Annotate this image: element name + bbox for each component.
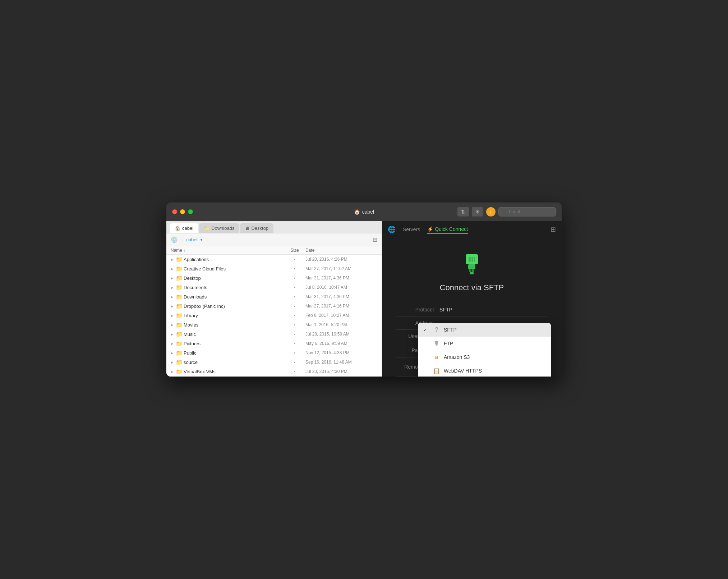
folder-icon: 📁 [176, 275, 184, 282]
table-row[interactable]: ▶ 📁 Dropbox (Panic Inc) • Mar 27, 2017, … [166, 301, 382, 311]
right-grid-icon[interactable]: ⊞ [550, 225, 556, 233]
search-wrapper: 🔍 [498, 207, 556, 216]
file-size: • [284, 285, 305, 290]
protocol-icon [433, 340, 440, 347]
svg-rect-3 [470, 269, 471, 272]
table-row[interactable]: ▶ 📁 Pictures • May 6, 2016, 9:59 AM [166, 339, 382, 348]
table-row[interactable]: ▶ 📁 Public • Nov 12, 2015, 4:38 PM [166, 348, 382, 357]
file-size: • [284, 323, 305, 327]
globe-icon: 🌐 [388, 225, 396, 233]
svg-rect-12 [436, 344, 437, 346]
svg-rect-0 [466, 254, 478, 264]
tab-quick-connect[interactable]: ⚡Quick Connect [427, 225, 468, 234]
table-row[interactable]: ▶ 📁 source • Sep 16, 2016, 11:48 AM [166, 357, 382, 367]
file-name: Public [184, 350, 284, 356]
table-row[interactable]: ▶ 📁 Documents • Jul 8, 2016, 10:47 AM [166, 283, 382, 292]
connect-via-label: Connect via SFTP [440, 283, 504, 292]
protocol-name: SFTP [444, 327, 457, 333]
file-size: • [284, 360, 305, 364]
file-date: Feb 8, 2017, 10:27 AM [305, 313, 377, 318]
folder-icon: 📁 [176, 256, 184, 263]
tab-servers[interactable]: Servers [403, 225, 420, 234]
downloads-tab-icon: 📁 [204, 226, 209, 231]
file-date: Nov 12, 2015, 4:38 PM [305, 350, 377, 355]
protocol-label: Protocol [396, 307, 439, 313]
svg-rect-10 [474, 257, 475, 262]
svg-rect-9 [472, 257, 473, 262]
protocol-label-text: Protocol [415, 307, 434, 313]
col-size-header[interactable]: Size [284, 248, 305, 253]
col-name-header[interactable]: Name ↑ [171, 248, 284, 253]
dropdown-item[interactable]: 📋 WebDAV HTTPS [418, 364, 551, 377]
svg-rect-7 [469, 257, 470, 262]
protocol-name: FTP [444, 341, 453, 346]
form-area: Protocol SFTP Address U [382, 303, 562, 377]
quick-connect-label: Quick Connect [435, 226, 468, 232]
dropdown-item[interactable]: FTP [418, 337, 551, 350]
transfer-button[interactable]: ⇅ [457, 207, 469, 216]
file-date: Sep 16, 2016, 11:48 AM [305, 360, 377, 365]
protocol-row: Protocol SFTP [396, 303, 547, 316]
protocol-name: WebDAV HTTPS [444, 368, 482, 374]
protocol-icon-wrapper [433, 340, 440, 347]
table-row[interactable]: ▶ 📁 Movies • Mar 1, 2016, 5:20 PM [166, 320, 382, 329]
file-size: • [284, 257, 305, 261]
table-row[interactable]: ▶ 📁 Desktop • Mar 31, 2017, 4:36 PM [166, 273, 382, 283]
protocol-icon: a [435, 354, 438, 360]
folder-icon: 📁 [176, 293, 184, 300]
file-date: Mar 27, 2017, 11:02 AM [305, 266, 377, 271]
app-window: 🏠 cabel ⇅ ✳ i 🔍 🏠 [166, 202, 562, 377]
table-row[interactable]: ▶ 📁 Creative Cloud Files • Mar 27, 2017,… [166, 264, 382, 273]
protocol-icon: 📋 [433, 368, 440, 374]
file-size: • [284, 266, 305, 271]
left-panel-tabs: 🏠 cabel 📁 Downloads 🖥 Desktop [166, 221, 382, 233]
tab-desktop[interactable]: 🖥 Desktop [240, 223, 273, 233]
protocol-value-text: SFTP [439, 307, 452, 313]
maximize-button[interactable] [188, 209, 193, 214]
file-size: • [284, 313, 305, 318]
svg-rect-1 [468, 264, 475, 269]
expand-arrow-icon: ▶ [171, 360, 176, 364]
grid-view-icon[interactable]: ⊞ [373, 237, 377, 243]
table-row[interactable]: ▶ 📁 Downloads • Mar 31, 2017, 4:36 PM [166, 292, 382, 301]
expand-arrow-icon: ▶ [171, 342, 176, 346]
svg-rect-6 [470, 272, 474, 274]
house-icon: 🏠 [354, 209, 360, 215]
table-row[interactable]: ▶ 📁 Music • Jul 28, 2015, 10:59 AM [166, 329, 382, 339]
table-row[interactable]: ▶ 📁 VirtualBox VMs • Jul 20, 2016, 4:30 … [166, 367, 382, 376]
spinner-button[interactable]: ✳ [472, 207, 483, 216]
path-bar: 💿 | cabel ▼ [171, 236, 203, 243]
file-size: • [284, 304, 305, 308]
tab-downloads-label: Downloads [211, 225, 234, 231]
left-panel: 🏠 cabel 📁 Downloads 🖥 Desktop 💿 | cabel [166, 221, 382, 377]
protocol-icon-wrapper: ? [433, 326, 440, 333]
protocol-icon-wrapper: a [433, 354, 440, 361]
name-col-label: Name [171, 248, 182, 253]
file-date: Mar 31, 2017, 4:36 PM [305, 294, 377, 299]
dropdown-item[interactable]: ✓ ? SFTP [418, 323, 551, 337]
right-panel-header: 🌐 Servers ⚡Quick Connect ⊞ [382, 221, 562, 238]
file-browser-header: 💿 | cabel ▼ ⊞ [166, 233, 382, 246]
dropdown-item[interactable]: a Amazon S3 [418, 350, 551, 364]
tab-downloads[interactable]: 📁 Downloads [199, 223, 239, 233]
header-divider: | [181, 237, 183, 242]
protocol-value[interactable]: SFTP [439, 307, 547, 313]
col-date-header[interactable]: Date [305, 248, 377, 253]
size-col-label: Size [290, 248, 299, 253]
close-button[interactable] [172, 209, 177, 214]
folder-icon: 📁 [176, 331, 184, 338]
svg-rect-13 [436, 345, 437, 346]
disk-label[interactable]: cabel [186, 237, 197, 242]
search-input[interactable] [498, 207, 556, 216]
sftp-icon-container [459, 252, 484, 277]
svg-rect-11 [435, 341, 438, 344]
expand-arrow-icon: ▶ [171, 314, 176, 318]
info-button[interactable]: i [486, 207, 496, 216]
title-bar: 🏠 cabel ⇅ ✳ i 🔍 [166, 202, 562, 221]
protocol-dropdown: ✓ ? SFTP FTP a Amazon S3 📋 WebDAV HTTPS … [418, 323, 551, 377]
table-row[interactable]: ▶ 📁 Library • Feb 8, 2017, 10:27 AM [166, 311, 382, 320]
table-row[interactable]: ▶ 📁 Applications • Jul 20, 2016, 4:26 PM [166, 255, 382, 264]
date-col-label: Date [305, 248, 314, 253]
minimize-button[interactable] [180, 209, 185, 214]
tab-cabel[interactable]: 🏠 cabel [170, 223, 198, 233]
